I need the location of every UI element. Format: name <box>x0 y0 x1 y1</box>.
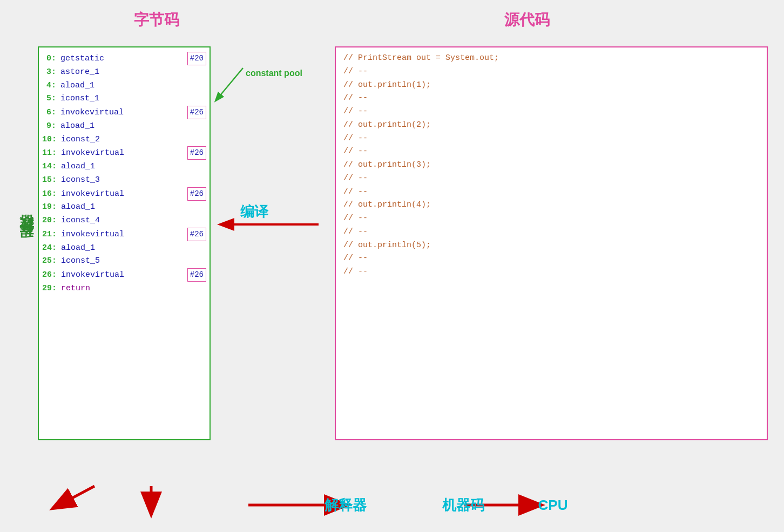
bc-instruction: invokevirtual <box>59 188 185 201</box>
bytecode-row: 20:iconst_4 <box>42 214 206 228</box>
bc-instruction: aload_1 <box>58 120 206 133</box>
bc-index: 21: <box>42 228 59 242</box>
svg-text:编译: 编译 <box>240 203 269 220</box>
bytecode-row: 5:iconst_1 <box>42 92 206 106</box>
bc-index: 4: <box>42 79 58 93</box>
bc-index: 15: <box>42 174 59 187</box>
sc-comment: // -- <box>343 265 368 279</box>
bc-instruction: invokevirtual <box>58 106 185 120</box>
bc-instruction: aload_1 <box>58 79 206 93</box>
bytecode-row: 11:invokevirtual#26 <box>42 146 206 160</box>
bc-instruction: astore_1 <box>58 66 206 79</box>
sc-comment: // out.println(2); <box>343 119 431 132</box>
sc-comment: // -- <box>343 105 368 119</box>
machinecode-label: 机器码 <box>442 496 484 515</box>
sourcecode-box: // PrintStream out = System.out;// --// … <box>335 46 768 440</box>
bc-instruction: iconst_4 <box>59 214 206 228</box>
bc-instruction: aload_1 <box>59 242 206 255</box>
sc-comment: // -- <box>343 186 368 199</box>
bottom-labels-row: 解释器 机器码 CPU <box>0 496 784 515</box>
sourcecode-row: // out.println(1); <box>343 79 759 92</box>
sourcecode-title: 源代码 <box>270 10 784 30</box>
bc-index: 20: <box>42 214 59 228</box>
sc-comment: // out.println(4); <box>343 199 431 212</box>
bc-index: 29: <box>42 282 59 296</box>
bc-index: 11: <box>42 147 59 160</box>
sc-comment: // -- <box>343 92 368 105</box>
bytecode-row: 14:aload_1 <box>42 160 206 174</box>
bc-ref: #26 <box>187 228 206 241</box>
bytecode-title: 字节码 <box>43 10 270 30</box>
svg-text:constant pool: constant pool <box>246 69 302 78</box>
bytecode-row: 4:aload_1 <box>42 79 206 93</box>
bc-instruction: getstatic <box>58 52 185 66</box>
bytecode-row: 0:getstatic#20 <box>42 52 206 66</box>
sourcecode-row: // out.println(4); <box>343 199 759 212</box>
sourcecode-row: // -- <box>343 105 759 119</box>
svg-line-0 <box>216 68 243 100</box>
bytecode-row: 15:iconst_3 <box>42 174 206 187</box>
bc-index: 10: <box>42 133 59 147</box>
bc-ref: #20 <box>187 52 206 65</box>
sc-comment: // -- <box>343 226 368 239</box>
content-area: 程序计数器 0:getstatic#203:astore_14:aload_15… <box>0 36 784 483</box>
bc-instruction: aload_1 <box>59 160 206 174</box>
sc-comment: // -- <box>343 145 368 159</box>
sourcecode-row: // -- <box>343 145 759 159</box>
bc-instruction: invokevirtual <box>59 228 185 242</box>
sourcecode-row: // -- <box>343 226 759 239</box>
middle-arrows-svg: constant pool 编译 <box>211 46 329 424</box>
bytecode-row: 9:aload_1 <box>42 120 206 133</box>
sourcecode-row: // -- <box>343 92 759 105</box>
bc-index: 9: <box>42 120 58 133</box>
sourcecode-row: // -- <box>343 186 759 199</box>
sourcecode-row: // -- <box>343 212 759 226</box>
cpu-label: CPU <box>538 497 568 514</box>
sc-comment: // -- <box>343 132 368 146</box>
bottom-bar: 解释器 机器码 CPU <box>0 483 784 527</box>
sourcecode-row: // out.println(5); <box>343 239 759 253</box>
bc-instruction: return <box>59 282 206 296</box>
sourcecode-row: // -- <box>343 132 759 146</box>
bytecode-row: 16:invokevirtual#26 <box>42 187 206 201</box>
bytecode-row: 10:iconst_2 <box>42 133 206 147</box>
bc-instruction: iconst_2 <box>59 133 206 147</box>
bc-index: 14: <box>42 160 59 174</box>
bc-instruction: aload_1 <box>59 201 206 214</box>
bc-instruction: iconst_5 <box>59 255 206 268</box>
bc-index: 24: <box>42 242 59 255</box>
middle-area: constant pool 编译 <box>211 46 329 483</box>
bc-index: 3: <box>42 66 58 79</box>
bc-index: 19: <box>42 201 59 214</box>
bytecode-row: 3:astore_1 <box>42 66 206 79</box>
sc-comment: // out.println(1); <box>343 79 431 92</box>
bytecode-row: 24:aload_1 <box>42 242 206 255</box>
bc-ref: #26 <box>187 268 206 282</box>
sc-comment: // -- <box>343 252 368 265</box>
bytecode-row: 19:aload_1 <box>42 201 206 214</box>
sc-comment: // -- <box>343 172 368 186</box>
top-labels: 字节码 源代码 <box>0 0 784 36</box>
sourcecode-row: // out.println(3); <box>343 159 759 172</box>
bc-index: 0: <box>42 52 58 66</box>
pc-label: 程序计数器 <box>16 46 36 440</box>
interpreter-label: 解释器 <box>325 496 367 515</box>
bytecode-row: 29:return <box>42 282 206 296</box>
bc-ref: #26 <box>187 187 206 201</box>
sourcecode-row: // -- <box>343 265 759 279</box>
bc-instruction: iconst_1 <box>58 92 206 106</box>
bytecode-row: 6:invokevirtual#26 <box>42 106 206 120</box>
bc-instruction: invokevirtual <box>59 269 185 282</box>
sc-comment: // -- <box>343 65 368 79</box>
bc-ref: #26 <box>187 106 206 119</box>
bytecode-row: 25:iconst_5 <box>42 255 206 268</box>
bc-index: 25: <box>42 255 59 268</box>
sourcecode-row: // out.println(2); <box>343 119 759 132</box>
bc-index: 6: <box>42 106 58 120</box>
sourcecode-row: // PrintStream out = System.out; <box>343 52 759 65</box>
bc-ref: #26 <box>187 146 206 160</box>
main-container: 字节码 源代码 程序计数器 0:getstatic#203:astore_14:… <box>0 0 784 532</box>
sourcecode-row: // -- <box>343 172 759 186</box>
sourcecode-row: // -- <box>343 65 759 79</box>
sc-comment: // PrintStream out = System.out; <box>343 52 499 65</box>
